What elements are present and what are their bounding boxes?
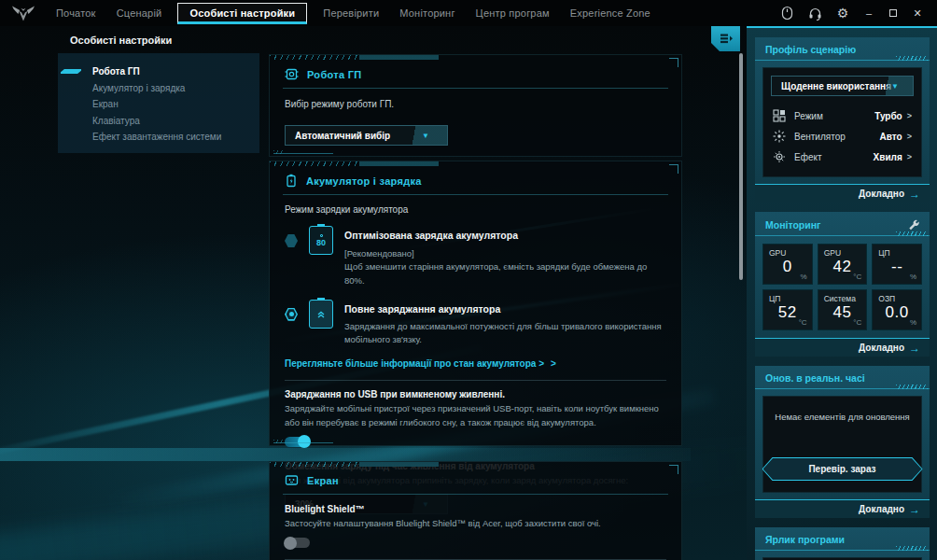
row-value: Турбо [874, 111, 902, 121]
nav-personal-settings[interactable]: Особисті настройки [177, 3, 307, 24]
updates-more-button[interactable]: Докладно → [755, 499, 930, 518]
gpu-chip-icon [285, 67, 299, 81]
dropdown-value: Автоматичний вибір [286, 131, 390, 141]
nav-monitoring[interactable]: Моніторинг [389, 2, 465, 24]
title-bar: Початок Сценарій Особисті настройки Пере… [0, 0, 937, 26]
section-title: Акумулятор і зарядка [306, 175, 422, 187]
link-text: Перегляньте більше інформації про стан а… [285, 358, 544, 369]
arrow-right-icon: → [909, 343, 920, 354]
profile-row-effect[interactable]: Ефект Хвиля > [763, 147, 921, 167]
vertical-scrollbar[interactable] [739, 53, 743, 280]
nav-experience-zone[interactable]: Experience Zone [560, 2, 661, 24]
nav-scenario[interactable]: Сценарій [106, 2, 173, 24]
active-marker [61, 69, 81, 74]
tile-label: ОЗП [878, 294, 916, 303]
lighting-effect-icon [773, 150, 786, 163]
option-line1: [Рекомендовано] [344, 248, 414, 259]
usb-charge-description: Заряджайте мобільні пристрої через призн… [270, 402, 681, 429]
settings-nav-panel: Робота ГП Акумулятор і зарядка Екран Кла… [58, 53, 259, 153]
monitoring-tiles: GPU 0 % GPU 42 °C ЦП -- % ЦП 52 °C [762, 244, 922, 330]
mouse-device-icon[interactable] [773, 0, 801, 26]
option-description: Заряджання до максимальної потужності дл… [344, 320, 666, 347]
bluelight-description: Застосуйте налаштування Bluelight Shield… [270, 517, 681, 530]
radio-unselected[interactable] [285, 234, 298, 247]
section-title: Робота ГП [307, 69, 361, 80]
option-title: Повне заряджання акумулятора [344, 303, 666, 315]
more-label: Докладно [859, 343, 904, 353]
chevron-right-icon: > [907, 152, 912, 161]
nav-home[interactable]: Початок [46, 2, 106, 24]
window-minimize-button[interactable]: – [857, 0, 881, 26]
window-close-button[interactable]: ✕ [905, 0, 930, 26]
screen-icon [285, 474, 299, 487]
scenario-profile-panel: Профіль сценарію Щоденне використання ▼ [755, 37, 930, 203]
battery-info-link[interactable]: Перегляньте більше інформації про стан а… [270, 358, 681, 369]
charge-mode-label: Режим зарядки акумулятора [270, 204, 681, 215]
realtime-updates-panel: Онов. в реальн. часі Немає елементів для… [755, 366, 930, 518]
card-decoration [270, 462, 681, 467]
sidebar-item-boot-effect[interactable]: Ефект завантаження системи [58, 129, 259, 146]
maximize-icon [889, 9, 897, 17]
gpu-mode-description: Вибір режиму роботи ГП. [270, 99, 681, 109]
chevron-down-icon: ▼ [877, 77, 913, 95]
battery-full-icon [309, 300, 333, 329]
check-now-button[interactable]: Перевір. зараз [762, 457, 923, 481]
radio-selected[interactable] [285, 308, 298, 321]
panel-collapse-button[interactable] [711, 26, 740, 51]
headset-support-icon[interactable] [801, 0, 829, 26]
row-label: Вентилятор [794, 132, 846, 142]
chevron-right-icon: > [907, 111, 912, 120]
nav-app-center[interactable]: Центр програм [466, 2, 560, 24]
chevron-right-icon: > [907, 132, 912, 141]
tile-ram-load: ОЗП 0.0 % [872, 289, 922, 330]
card-bottom-decoration [273, 150, 333, 154]
header-hatch-decoration [896, 231, 928, 236]
arrow-right-icon: → [909, 504, 920, 515]
monitoring-more-button[interactable]: Докладно → [755, 338, 930, 357]
section-title: Екран [307, 475, 339, 486]
panel-title: Ярлик програми [765, 534, 845, 545]
chevron-down-icon: ▼ [404, 126, 447, 145]
bluelight-toggle[interactable] [285, 538, 310, 548]
gear-settings-icon[interactable]: ⚙ [829, 0, 857, 26]
tile-unit: °C [853, 318, 861, 327]
screen-section-card: Екран Bluelight Shield™ Застосуйте налаш… [269, 461, 682, 560]
sidebar-item-label: Клавіатура [92, 116, 140, 126]
scenario-dropdown[interactable]: Щоденне використання ▼ [771, 76, 914, 96]
wrench-icon[interactable] [907, 218, 919, 231]
nav-check[interactable]: Перевірити [313, 2, 389, 24]
tile-unit: % [910, 318, 916, 327]
more-label: Докладно [859, 504, 904, 514]
sidebar-item-label: Екран [92, 99, 119, 109]
profile-row-mode[interactable]: Режим Турбо > [763, 105, 921, 126]
option-line2: Щоб зменшити старіння акумулятора, ємніс… [344, 261, 647, 285]
profile-row-fan[interactable]: Вентилятор Авто > [763, 126, 921, 147]
button-label: Перевір. зараз [763, 458, 922, 480]
tile-label: ЦП [769, 294, 806, 303]
tile-unit: % [801, 273, 807, 281]
sidebar-item-battery[interactable]: Акумулятор і зарядка [58, 80, 259, 97]
row-label: Ефект [794, 152, 822, 162]
arrow-right-icon: → [909, 189, 920, 200]
sidebar-item-gpu[interactable]: Робота ГП [58, 63, 259, 80]
chevron-right-icon: > [551, 358, 556, 369]
option-description: [Рекомендовано] Щоб зменшити старіння ак… [344, 247, 666, 287]
battery-icon-detail [320, 234, 323, 237]
battery-section-card: Акумулятор і зарядка Режим зарядки акуму… [269, 161, 682, 446]
sidebar-item-screen[interactable]: Екран [58, 96, 259, 113]
tile-unit: °C [853, 273, 861, 281]
panel-list-icon [719, 33, 734, 45]
mode-grid-icon [773, 109, 786, 122]
tile-label: GPU [824, 248, 861, 258]
sidebar-item-label: Робота ГП [92, 66, 140, 77]
toggle-knob [284, 537, 297, 550]
card-decoration [270, 55, 681, 60]
divider [285, 380, 666, 381]
profile-more-button[interactable]: Докладно → [755, 184, 930, 203]
window-maximize-button[interactable] [881, 0, 905, 26]
tile-gpu-load: GPU 0 % [762, 244, 813, 285]
panel-title: Онов. в реальн. часі [765, 372, 865, 384]
gpu-mode-dropdown[interactable]: Автоматичний вибір ▼ [285, 125, 448, 146]
sidebar-item-keyboard[interactable]: Клавіатура [58, 113, 259, 130]
panel-title: Моніторинг [765, 219, 820, 231]
